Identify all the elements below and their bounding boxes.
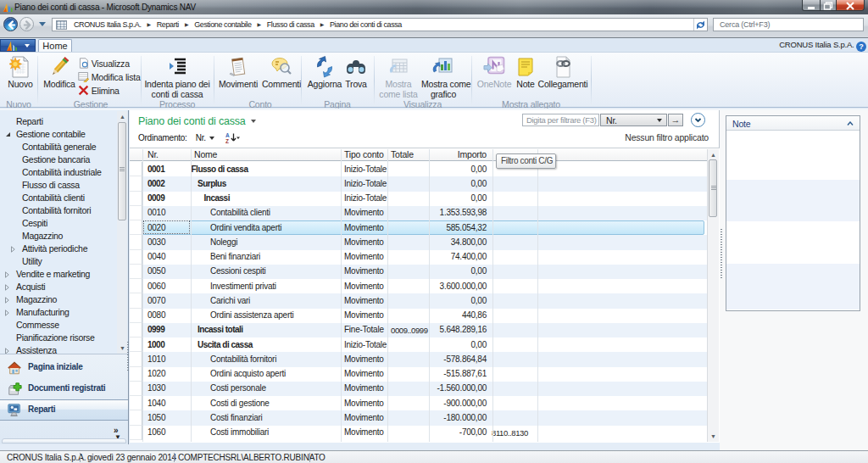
svg-text:Z: Z [225,138,229,144]
